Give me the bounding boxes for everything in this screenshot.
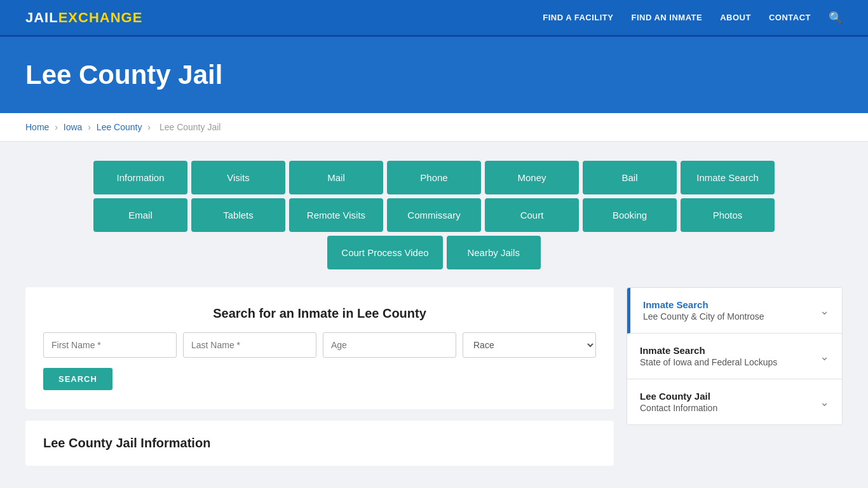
logo-exchange: EXCHANGE	[58, 10, 143, 25]
last-name-input[interactable]	[183, 332, 316, 358]
sidebar-item-inmate-search-local[interactable]: Inmate Search Lee County & City of Montr…	[627, 288, 842, 334]
breadcrumb-sep-3: ›	[147, 122, 151, 132]
sidebar-item-text-local: Inmate Search Lee County & City of Montr…	[643, 299, 764, 322]
race-select[interactable]: RaceWhiteBlackHispanicAsianOther	[463, 332, 596, 358]
hero-section: Lee County Jail	[0, 37, 868, 113]
btn-mail[interactable]: Mail	[289, 161, 383, 194]
page-title: Lee County Jail	[25, 60, 843, 90]
btn-remote-visits[interactable]: Remote Visits	[289, 198, 383, 232]
nav-contact[interactable]: CONTACT	[769, 13, 811, 22]
info-section: Lee County Jail Information	[25, 421, 614, 466]
sidebar-item-title-contact: Lee County Jail	[640, 391, 717, 402]
search-icon[interactable]: 🔍	[829, 11, 843, 25]
breadcrumb-lee-county[interactable]: Lee County	[97, 122, 142, 132]
btn-inmate-search[interactable]: Inmate Search	[681, 161, 775, 194]
nav-links: FIND A FACILITY FIND AN INMATE ABOUT CON…	[543, 11, 843, 25]
nav-button-grid: Information Visits Mail Phone Money Bail…	[25, 161, 843, 269]
breadcrumb-current: Lee County Jail	[159, 122, 221, 132]
btn-information[interactable]: Information	[93, 161, 187, 194]
nav-find-facility[interactable]: FIND A FACILITY	[543, 13, 613, 22]
btn-commissary[interactable]: Commissary	[387, 198, 481, 232]
btn-booking[interactable]: Booking	[583, 198, 677, 232]
breadcrumb: Home › Iowa › Lee County › Lee County Ja…	[0, 113, 868, 142]
sidebar-item-subtitle-contact: Contact Information	[640, 403, 717, 413]
sidebar-item-subtitle-state: State of Iowa and Federal Lockups	[640, 357, 777, 367]
info-heading: Lee County Jail Information	[43, 436, 596, 451]
nav-find-inmate[interactable]: FIND AN INMATE	[631, 13, 702, 22]
sidebar-item-title-local: Inmate Search	[643, 299, 764, 310]
sidebar-item-inmate-search-state[interactable]: Inmate Search State of Iowa and Federal …	[627, 334, 842, 379]
main-area: Information Visits Mail Phone Money Bail…	[0, 142, 868, 485]
nav-btn-row-1: Information Visits Mail Phone Money Bail…	[93, 161, 775, 194]
btn-court[interactable]: Court	[485, 198, 579, 232]
nav-btn-row-2: Email Tablets Remote Visits Commissary C…	[93, 198, 775, 232]
btn-money[interactable]: Money	[485, 161, 579, 194]
site-logo[interactable]: JAILEXCHANGE	[25, 10, 142, 26]
chevron-down-icon-contact: ⌄	[820, 395, 829, 409]
sidebar-item-text-state: Inmate Search State of Iowa and Federal …	[640, 345, 777, 367]
search-panel: Search for an Inmate in Lee County RaceW…	[25, 287, 614, 409]
nav-about[interactable]: ABOUT	[720, 13, 751, 22]
sidebar: Inmate Search Lee County & City of Montr…	[627, 287, 843, 425]
sidebar-item-contact-info[interactable]: Lee County Jail Contact Information ⌄	[627, 379, 842, 424]
nav-btn-row-3: Court Process Video Nearby Jails	[327, 236, 540, 269]
left-content: Search for an Inmate in Lee County RaceW…	[25, 287, 614, 466]
btn-phone[interactable]: Phone	[387, 161, 481, 194]
breadcrumb-home[interactable]: Home	[25, 122, 49, 132]
chevron-down-icon-local: ⌄	[820, 304, 829, 318]
first-name-input[interactable]	[43, 332, 177, 358]
btn-email[interactable]: Email	[93, 198, 187, 232]
btn-bail[interactable]: Bail	[583, 161, 677, 194]
breadcrumb-sep-2: ›	[88, 122, 91, 132]
search-title: Search for an Inmate in Lee County	[43, 306, 596, 321]
content-sidebar-wrapper: Search for an Inmate in Lee County RaceW…	[25, 287, 843, 466]
btn-photos[interactable]: Photos	[681, 198, 775, 232]
chevron-down-icon-state: ⌄	[820, 349, 829, 363]
navbar: JAILEXCHANGE FIND A FACILITY FIND AN INM…	[0, 0, 868, 37]
sidebar-item-text-contact: Lee County Jail Contact Information	[640, 391, 717, 413]
sidebar-item-subtitle-local: Lee County & City of Montrose	[643, 311, 764, 322]
breadcrumb-iowa[interactable]: Iowa	[64, 122, 83, 132]
logo-jail: JAIL	[25, 10, 58, 25]
search-button[interactable]: SEARCH	[43, 368, 112, 390]
breadcrumb-sep-1: ›	[55, 122, 58, 132]
sidebar-item-title-state: Inmate Search	[640, 345, 777, 356]
btn-court-process-video[interactable]: Court Process Video	[327, 236, 442, 269]
btn-tablets[interactable]: Tablets	[191, 198, 285, 232]
btn-visits[interactable]: Visits	[191, 161, 285, 194]
search-fields: RaceWhiteBlackHispanicAsianOther	[43, 332, 596, 358]
age-input[interactable]	[323, 332, 456, 358]
btn-nearby-jails[interactable]: Nearby Jails	[447, 236, 541, 269]
